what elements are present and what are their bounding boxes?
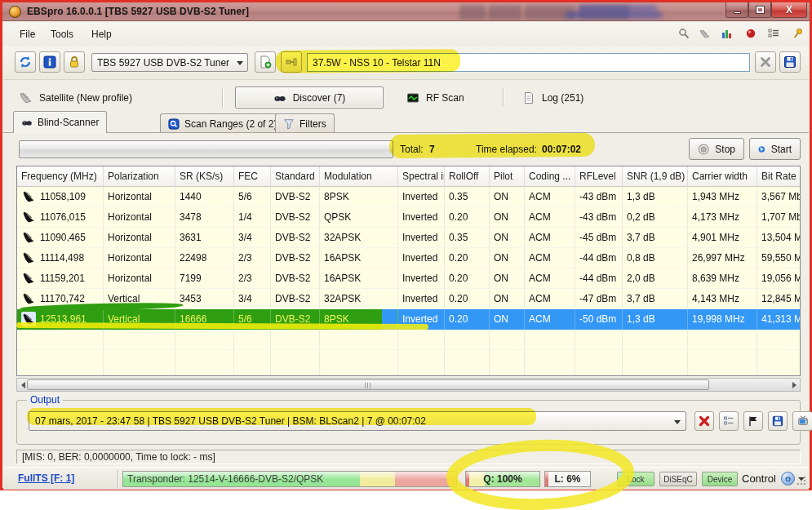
table-cell[interactable]: 2/3 <box>234 248 271 268</box>
table-cell[interactable]: 16APSK <box>320 248 398 268</box>
table-cell[interactable]: Horizontal <box>104 248 175 268</box>
table-cell[interactable]: Horizontal <box>104 268 175 289</box>
table-cell[interactable]: 11090,465 <box>17 228 104 248</box>
table-cell[interactable]: 1,943 MHz <box>688 187 757 207</box>
table-cell[interactable]: Inverted <box>398 268 445 289</box>
subtab-blind-scanner[interactable]: Blind-Scanner <box>13 111 107 133</box>
column-header[interactable]: Pilot <box>490 166 525 187</box>
fullts-link[interactable]: FullTS [F: 1] <box>18 472 74 484</box>
table-cell[interactable]: DVB-S2 <box>271 268 320 289</box>
table-cell[interactable]: DVB-S2 <box>271 289 320 309</box>
table-cell[interactable]: 4,143 MHz <box>688 289 757 309</box>
start-button[interactable]: Start <box>749 138 801 160</box>
table-cell[interactable]: 1,3 dB <box>623 309 688 330</box>
table-cell[interactable]: -47 dBm <box>575 289 623 309</box>
refresh-button[interactable] <box>15 51 36 73</box>
table-cell[interactable]: ACM <box>525 207 575 228</box>
table-cell[interactable]: 1,707 Mbi <box>757 207 801 228</box>
minimize-button[interactable] <box>725 2 748 18</box>
table-cell[interactable]: 0.20 <box>445 309 490 330</box>
table-cell[interactable]: ACM <box>525 248 575 268</box>
table-cell[interactable]: 3,7 dB <box>623 228 688 248</box>
horizontal-scrollbar[interactable] <box>16 378 801 392</box>
table-cell[interactable]: 3,567 Mbi <box>757 187 801 207</box>
details-button[interactable] <box>719 411 739 431</box>
table-row[interactable]: 11114,498Horizontal224982/3DVB-S216APSKI… <box>17 248 801 268</box>
table-row[interactable]: 12513,961Vertical166665/6DVB-S28PSKInver… <box>17 309 801 330</box>
table-cell[interactable]: Inverted <box>398 248 445 268</box>
table-cell[interactable]: -44 dBm <box>575 248 623 268</box>
column-header[interactable]: Modulation <box>320 166 398 187</box>
table-cell[interactable]: Horizontal <box>104 187 175 207</box>
table-cell[interactable]: 3453 <box>175 289 234 309</box>
table-cell[interactable]: 2,0 dB <box>623 268 688 289</box>
device-button[interactable]: Device <box>702 472 738 486</box>
table-cell[interactable]: 59,550 Mb <box>757 248 801 268</box>
table-cell[interactable]: Horizontal <box>104 228 175 248</box>
column-header[interactable]: RFLevel <box>575 166 623 187</box>
table-cell[interactable]: Inverted <box>398 187 445 207</box>
table-cell[interactable]: ACM <box>525 289 575 309</box>
table-cell[interactable]: 12,845 Mb <box>757 289 801 309</box>
tab-rfscan[interactable]: RF Scan <box>400 86 471 109</box>
chart-icon[interactable] <box>718 25 734 42</box>
menu-help[interactable]: Help <box>87 27 117 42</box>
table-cell[interactable]: 3,7 dB <box>623 289 688 309</box>
table-cell[interactable]: Inverted <box>398 309 445 330</box>
table-cell[interactable]: 8,639 MHz <box>688 268 757 289</box>
lock-button[interactable] <box>64 51 85 73</box>
table-cell[interactable]: -50 dBm <box>575 309 623 330</box>
new-profile-button[interactable] <box>255 51 276 73</box>
column-header[interactable]: Coding ... <box>525 166 575 187</box>
table-cell[interactable]: 0,8 dB <box>623 248 688 268</box>
tv-button[interactable] <box>792 411 812 431</box>
table-cell[interactable]: 3/4 <box>234 289 271 309</box>
table-cell[interactable]: 19,056 Mb <box>757 268 801 289</box>
subtab-filters[interactable]: Filters <box>275 113 335 133</box>
table-cell[interactable]: 8PSK <box>320 187 398 207</box>
table-cell[interactable]: 41,313 Mb <box>757 309 801 330</box>
tab-log[interactable]: Log (251) <box>516 86 590 109</box>
table-cell[interactable]: 0.20 <box>445 289 490 309</box>
tab-discover[interactable]: Discover (7) <box>235 86 384 109</box>
table-cell[interactable]: 5/6 <box>234 187 271 207</box>
table-cell[interactable]: Inverted <box>398 207 445 228</box>
table-cell[interactable]: 2/3 <box>234 268 271 289</box>
table-cell[interactable]: 11114,498 <box>17 248 104 268</box>
table-cell[interactable]: ACM <box>525 309 575 330</box>
table-cell[interactable]: QPSK <box>320 207 398 228</box>
table-cell[interactable]: 0.20 <box>445 248 490 268</box>
column-header[interactable]: Polarization <box>104 166 175 187</box>
table-cell[interactable]: 11058,109 <box>17 187 104 207</box>
table-row[interactable]: 11170,742Vertical34533/4DVB-S232APSKInve… <box>17 289 801 309</box>
table-cell[interactable]: ON <box>490 309 525 330</box>
table-cell[interactable]: Horizontal <box>104 207 175 228</box>
lock-indicator-button[interactable]: Lock <box>617 472 654 486</box>
table-cell[interactable]: ACM <box>525 228 575 248</box>
table-row[interactable]: 11090,465Horizontal36313/4DVB-S232APSKIn… <box>17 228 801 248</box>
table-cell[interactable]: 4,901 MHz <box>688 228 757 248</box>
info-button[interactable] <box>39 51 60 73</box>
column-header[interactable]: Standard <box>271 166 320 187</box>
table-cell[interactable]: ON <box>490 289 525 309</box>
table-row[interactable]: 11159,201Horizontal71992/3DVB-S216APSKIn… <box>17 268 801 289</box>
search-icon[interactable] <box>676 25 692 42</box>
table-cell[interactable]: ON <box>490 207 525 228</box>
column-header[interactable]: SR (KS/s) <box>175 166 234 187</box>
table-cell[interactable]: 16APSK <box>320 268 398 289</box>
table-cell[interactable]: 0.20 <box>445 207 490 228</box>
table-row[interactable]: 11076,015Horizontal34781/4DVB-S2QPSKInve… <box>17 207 801 228</box>
table-cell[interactable]: 1440 <box>175 187 234 207</box>
table-cell[interactable]: 11076,015 <box>17 207 104 228</box>
table-cell[interactable]: 5/6 <box>234 309 271 330</box>
table-cell[interactable]: -43 dBm <box>575 207 623 228</box>
table-cell[interactable]: 4,173 MHz <box>688 207 757 228</box>
table-cell[interactable]: Vertical <box>104 309 175 330</box>
scroll-right-arrow[interactable] <box>788 379 801 391</box>
table-cell[interactable]: Inverted <box>398 228 445 248</box>
column-header[interactable]: Frequency (MHz) <box>17 166 104 187</box>
clear-input-button[interactable] <box>755 51 776 73</box>
pin-icon[interactable] <box>790 25 806 42</box>
table-cell[interactable]: 1,3 dB <box>623 187 688 207</box>
table-cell[interactable]: 13,504 Mb <box>757 228 801 248</box>
